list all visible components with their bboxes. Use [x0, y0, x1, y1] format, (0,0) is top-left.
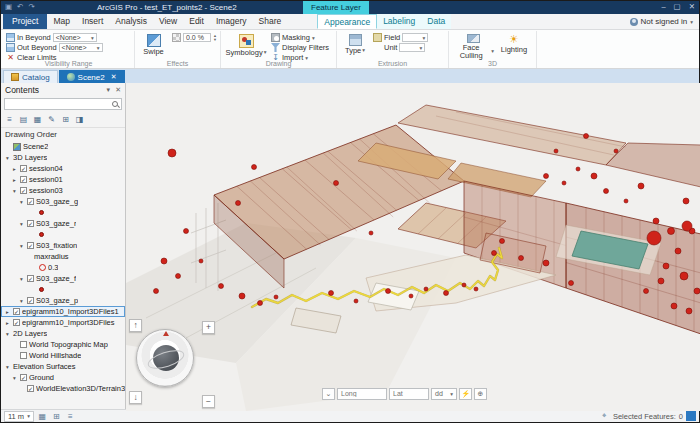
ribbon-tab-project[interactable]: Project [3, 14, 47, 29]
display-filters-button[interactable]: Display Filters [271, 43, 329, 52]
layer-visibility-checkbox[interactable]: ✓ [20, 165, 27, 172]
ribbon-tab-data[interactable]: Data [421, 14, 451, 29]
transparency-field[interactable]: 0.0 % [183, 33, 211, 42]
maximize-button[interactable]: ▢ [674, 2, 681, 11]
list-by-selection-icon[interactable]: ▦ [31, 113, 44, 125]
contents-search[interactable] [4, 98, 122, 110]
pane-menu-icon[interactable]: ▾ [107, 86, 111, 94]
doc-tab-scene2[interactable]: Scene2✕ [59, 70, 125, 83]
longitude-field[interactable] [337, 388, 387, 400]
close-button[interactable]: ✕ [689, 2, 695, 11]
zoom-out-button[interactable]: − [202, 395, 215, 408]
tree-symbol-row[interactable]: 0.3 [1, 262, 125, 273]
tilt-up-button[interactable]: ↑ [129, 319, 142, 332]
layer-visibility-checkbox[interactable]: ✓ [27, 242, 34, 249]
expander-icon[interactable]: ▸ [11, 177, 18, 183]
list-by-snapping-icon[interactable]: ⊞ [59, 113, 72, 125]
tree-row[interactable]: ▾✓S03_fixation [1, 240, 125, 251]
redo-icon[interactable]: ↷ [28, 2, 34, 11]
tree-row[interactable]: ▾✓S03_gaze_g [1, 196, 125, 207]
tree-row[interactable]: World Hillshade [1, 350, 125, 361]
ribbon-tab-view[interactable]: View [153, 14, 183, 29]
doc-tab-catalog[interactable]: Catalog [3, 70, 58, 83]
grid-toggle-icon[interactable]: ▦ [37, 411, 48, 422]
layer-visibility-checkbox[interactable]: ✓ [20, 187, 27, 194]
extrusion-unit-control[interactable]: Unit ▾ [373, 43, 428, 52]
layer-visibility-checkbox[interactable]: ✓ [20, 176, 27, 183]
collapse-coordbar-button[interactable]: ⌄ [322, 388, 335, 400]
tree-row[interactable]: ▾Elevation Surfaces [1, 361, 125, 372]
in-beyond-control[interactable]: In Beyond <None>▾ [6, 33, 103, 42]
point-symbol-swatch[interactable] [39, 210, 44, 215]
tilt-down-button[interactable]: ↓ [129, 391, 142, 404]
point-symbol-swatch[interactable] [39, 287, 44, 292]
tree-row[interactable]: ▸✓epigramm10_Import3DFiles1 [1, 306, 125, 317]
tree-row[interactable]: ▾✓S03_gaze_f [1, 273, 125, 284]
tree-symbol-row[interactable] [1, 229, 125, 240]
expander-icon[interactable]: ▾ [11, 375, 18, 381]
circle-symbol-swatch[interactable] [39, 264, 46, 271]
expander-icon[interactable]: ▾ [4, 331, 11, 337]
list-by-charts-icon[interactable]: ◨ [73, 113, 86, 125]
list-toggle-icon[interactable]: ≡ [65, 411, 76, 422]
symbology-button[interactable]: Symbology▾ [224, 33, 268, 59]
sign-in-status[interactable]: Not signed in ▾ [630, 17, 693, 26]
undo-icon[interactable]: ↶ [17, 2, 23, 11]
tree-row[interactable]: maxradius [1, 251, 125, 262]
ribbon-tab-analysis[interactable]: Analysis [109, 14, 153, 29]
latitude-field[interactable] [389, 388, 429, 400]
expander-icon[interactable]: ▾ [18, 199, 25, 205]
flash-location-icon[interactable]: ⚡ [459, 388, 472, 400]
expander-icon[interactable]: ▾ [18, 221, 25, 227]
coordinate-format-dropdown[interactable]: dd▾ [431, 388, 457, 400]
tree-symbol-row[interactable] [1, 207, 125, 218]
layout-toggle-icon[interactable]: ⊞ [51, 411, 62, 422]
layer-visibility-checkbox[interactable]: ✓ [20, 374, 27, 381]
tree-row[interactable]: Scene2 [1, 141, 125, 152]
save-icon[interactable]: ▣ [5, 2, 12, 11]
layer-visibility-checkbox[interactable]: ✓ [27, 275, 34, 282]
ribbon-tab-edit[interactable]: Edit [183, 14, 210, 29]
tree-row[interactable]: ▾2D Layers [1, 328, 125, 339]
tree-row[interactable]: ▾✓Ground [1, 372, 125, 383]
swipe-button[interactable]: Swipe [138, 33, 169, 59]
tree-row[interactable]: ▾✓S03_gaze_r [1, 218, 125, 229]
search-input[interactable] [8, 100, 110, 109]
expander-icon[interactable]: ▾ [4, 155, 11, 161]
point-symbol-swatch[interactable] [39, 232, 44, 237]
transparency-stepper[interactable]: ▲▼ [213, 34, 217, 42]
layer-visibility-checkbox[interactable] [20, 341, 27, 348]
layer-visibility-checkbox[interactable]: ✓ [27, 385, 34, 392]
tree-row[interactable]: ▸✓session01 [1, 174, 125, 185]
notifications-indicator[interactable] [686, 411, 696, 421]
tree-row[interactable]: ▾✓S03_gaze_p [1, 295, 125, 306]
scene-view[interactable]: ↑ + ↓ − ⌄ dd▾ ⚡ ⊕ [126, 83, 699, 409]
navigator-control[interactable] [136, 329, 194, 387]
zoom-to-location-icon[interactable]: ⊕ [474, 388, 487, 400]
masking-button[interactable]: Masking▾ [271, 33, 329, 42]
expander-icon[interactable]: ▸ [4, 309, 11, 315]
zoom-in-button[interactable]: + [202, 321, 215, 334]
layer-visibility-checkbox[interactable]: ✓ [13, 319, 20, 326]
extrusion-field-control[interactable]: Field ▾ [373, 33, 428, 42]
close-tab-icon[interactable]: ✕ [111, 73, 117, 81]
tree-row[interactable]: World Topographic Map [1, 339, 125, 350]
layer-visibility-checkbox[interactable]: ✓ [27, 297, 34, 304]
longitude-input[interactable] [341, 390, 383, 397]
tree-row[interactable]: ▸✓epigramm10_Import3DFiles [1, 317, 125, 328]
extrusion-type-button[interactable]: Type▾ [340, 33, 370, 59]
face-culling-button[interactable]: Face Culling▾ [452, 33, 494, 59]
list-by-source-icon[interactable]: ▤ [17, 113, 30, 125]
minimize-button[interactable]: – [661, 2, 665, 11]
list-by-drawing-order-icon[interactable]: ≡ [3, 113, 16, 125]
out-beyond-control[interactable]: Out Beyond <None>▾ [6, 43, 103, 52]
ribbon-tab-map[interactable]: Map [47, 14, 76, 29]
tree-row[interactable]: ▾✓session03 [1, 185, 125, 196]
ribbon-tab-appearance[interactable]: Appearance [317, 14, 377, 29]
expander-icon[interactable]: ▾ [11, 188, 18, 194]
expander-icon[interactable]: ▾ [18, 243, 25, 249]
ribbon-tab-labeling[interactable]: Labeling [377, 14, 421, 29]
expander-icon[interactable]: ▾ [18, 276, 25, 282]
tree-row[interactable]: ▾3D Layers [1, 152, 125, 163]
latitude-input[interactable] [393, 390, 425, 397]
